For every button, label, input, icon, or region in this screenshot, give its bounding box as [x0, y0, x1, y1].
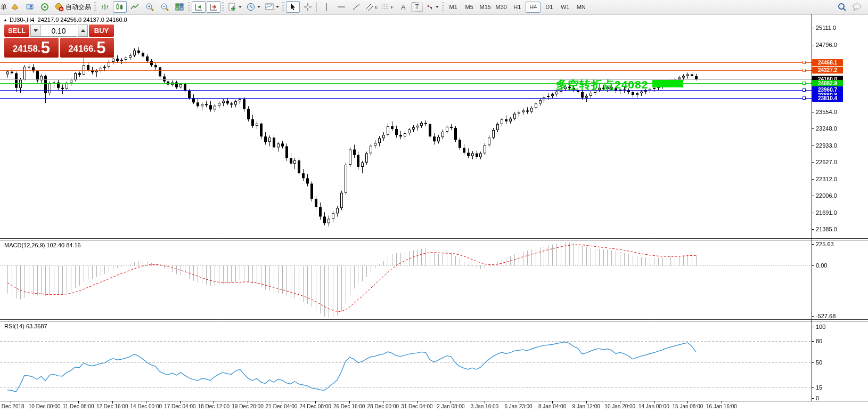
candlestick-chart-type-button[interactable]	[113, 1, 127, 13]
search-icon	[837, 2, 847, 12]
timeframe-m1-button[interactable]: M1	[446, 2, 461, 13]
volume-input[interactable]: 0.10	[40, 25, 77, 37]
mt4-window: { "toolbar": { "new_order_label": "单", "…	[0, 0, 868, 412]
timeframe-m30-button[interactable]: M30	[494, 2, 509, 13]
timeframe-h4-button[interactable]: H4	[526, 2, 541, 13]
chevron-down-icon	[34, 29, 38, 32]
ohlc-values: 24217.0 24256.0 24137.0 24160.0	[38, 17, 127, 23]
fibonacci-tool-button[interactable]: F	[380, 1, 395, 13]
horizontal-line-icon	[337, 3, 346, 11]
arrows-icon	[425, 3, 434, 11]
indicators-icon	[227, 2, 237, 12]
channel-icon	[366, 3, 374, 11]
crosshair-tool-button[interactable]	[301, 1, 315, 13]
line-chart-type-button[interactable]	[128, 1, 142, 13]
tile-windows-icon	[175, 2, 184, 12]
fibonacci-letter: F	[391, 5, 394, 10]
chart-shift-button[interactable]	[207, 1, 220, 13]
zoom-out-button[interactable]	[158, 1, 171, 13]
periods-dropdown-caret	[257, 6, 260, 8]
bars-icon	[100, 2, 110, 12]
trendline-icon	[352, 3, 361, 11]
chevron-up-icon	[81, 29, 85, 32]
vertical-line-icon	[323, 3, 330, 11]
chart-title: ▲DJ30-,H4 24217.0 24256.0 24137.0 24160.…	[3, 17, 127, 23]
chat-icon	[851, 2, 862, 12]
community-icon[interactable]	[23, 1, 37, 13]
channel-letter: E	[375, 5, 378, 10]
candles-icon	[115, 2, 125, 12]
search-button[interactable]	[835, 1, 849, 13]
timeframe-m5-button[interactable]: M5	[462, 2, 477, 13]
cursor-tool-button[interactable]	[286, 1, 300, 13]
tile-windows-button[interactable]	[173, 1, 186, 13]
person-icon	[25, 2, 35, 12]
bid-price-box[interactable]: 24158.5	[4, 38, 59, 58]
indicators-dropdown-caret	[239, 6, 242, 8]
signals-icon[interactable]	[38, 1, 52, 13]
autotrade-button[interactable]: 自动交易	[53, 1, 93, 13]
launcher-icon[interactable]	[8, 1, 22, 13]
text-label-tool-button[interactable]: T	[411, 2, 423, 12]
highlight-rectangle[interactable]	[652, 80, 683, 87]
horizontal-line-tool-button[interactable]	[334, 1, 348, 13]
volume-increase-button[interactable]	[78, 25, 88, 37]
cursor-icon	[289, 3, 297, 11]
autotrade-icon	[54, 2, 64, 12]
collapse-arrow-icon[interactable]: ▲	[3, 18, 7, 22]
fibonacci-icon	[382, 3, 390, 11]
macd-label: MACD(12,26,9) 102.40 84.16	[4, 242, 81, 248]
timeframe-h1-button[interactable]: H1	[510, 2, 525, 13]
sell-button[interactable]: SELL	[4, 25, 29, 37]
timeframe-d1-button[interactable]: D1	[542, 2, 556, 13]
zoom-in-icon	[145, 2, 154, 12]
vertical-line-tool-button[interactable]	[320, 1, 333, 13]
ask-price: 24166.	[68, 42, 96, 56]
ask-price-pip: 5	[96, 40, 105, 56]
rsi-label: RSI(14) 63.3687	[4, 323, 47, 329]
zoom-out-icon	[160, 2, 169, 12]
annotation-text[interactable]: 多空转折点24082	[556, 77, 648, 92]
new-order-button[interactable]: 单	[1, 3, 7, 12]
arrows-tool-button[interactable]	[424, 1, 440, 13]
timeframe-m15-button[interactable]: M15	[478, 2, 493, 13]
one-click-trading-panel: SELL 0.10 BUY 24158.5 24166.5	[4, 25, 114, 58]
arrows-dropdown-caret	[436, 6, 439, 8]
channel-tool-button[interactable]: E	[364, 1, 379, 13]
buy-button[interactable]: BUY	[89, 25, 114, 37]
template-icon	[265, 2, 274, 12]
timeframe-mn-button[interactable]: MN	[574, 2, 588, 13]
clock-icon	[246, 2, 256, 12]
text-tool-button[interactable]: A	[396, 1, 410, 13]
ask-price-box[interactable]: 24166.5	[60, 38, 114, 58]
chart-shift-icon	[209, 2, 218, 12]
bid-price: 24158.	[13, 42, 40, 56]
signal-icon	[40, 2, 50, 12]
launcher-icon	[10, 2, 20, 12]
templates-button[interactable]	[263, 1, 281, 13]
bid-price-pip: 5	[41, 40, 50, 56]
chart-canvas[interactable]	[0, 0, 868, 412]
toolbar: 单 自动交易	[0, 0, 868, 14]
auto-scroll-icon	[194, 2, 203, 12]
line-chart-icon	[130, 2, 140, 12]
autotrade-label: 自动交易	[65, 3, 91, 12]
templates-dropdown-caret	[276, 6, 279, 8]
volume-decrease-button[interactable]	[30, 25, 40, 37]
chat-button[interactable]	[850, 1, 864, 13]
zoom-in-button[interactable]	[143, 1, 157, 13]
auto-scroll-button[interactable]	[192, 1, 206, 13]
crosshair-icon	[304, 3, 312, 11]
indicators-button[interactable]	[226, 1, 243, 13]
symbol-period: DJ30-,H4	[10, 17, 34, 23]
trendline-tool-button[interactable]	[349, 1, 363, 13]
bar-chart-type-button[interactable]	[98, 1, 112, 13]
timeframe-w1-button[interactable]: W1	[558, 2, 572, 13]
periods-button[interactable]	[244, 1, 262, 13]
